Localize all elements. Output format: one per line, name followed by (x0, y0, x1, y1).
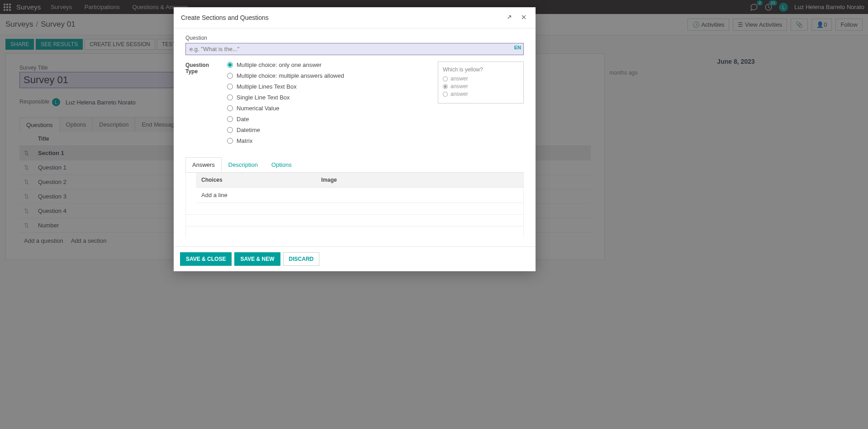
col-image: Image (316, 173, 523, 187)
modal-tab-description[interactable]: Description (222, 157, 265, 172)
question-preview: Which is yellow? answer answer answer (438, 61, 524, 104)
col-choices: Choices (196, 173, 316, 187)
modal-tab-options[interactable]: Options (265, 157, 299, 172)
modal: Create Sections and Questions Question E… (174, 7, 536, 271)
qtype-numeric[interactable]: Numerical Value (227, 105, 424, 112)
qtype-single-choice[interactable]: Multiple choice: only one answer (227, 61, 424, 68)
close-icon[interactable] (520, 14, 528, 22)
lang-badge[interactable]: EN (514, 45, 521, 50)
qtype-matrix[interactable]: Matrix (227, 137, 424, 144)
modal-title: Create Sections and Questions (181, 14, 269, 21)
add-a-line[interactable]: Add a line (196, 188, 523, 203)
qtype-multiline[interactable]: Multiple Lines Text Box (227, 83, 424, 90)
question-input[interactable] (185, 43, 524, 55)
qtype-multi-choice[interactable]: Multiple choice: multiple answers allowe… (227, 72, 424, 79)
question-label: Question (185, 35, 524, 41)
save-new-button[interactable]: SAVE & NEW (234, 252, 280, 266)
modal-tabs: Answers Description Options (185, 157, 524, 173)
question-type-label: Question Type (185, 61, 218, 148)
qtype-singleline[interactable]: Single Line Text Box (227, 94, 424, 101)
discard-button[interactable]: DISCARD (283, 252, 320, 266)
qtype-datetime[interactable]: Datetime (227, 127, 424, 133)
save-close-button[interactable]: SAVE & CLOSE (180, 252, 232, 266)
modal-tab-answers[interactable]: Answers (185, 157, 222, 172)
expand-icon[interactable] (506, 14, 514, 22)
qtype-date[interactable]: Date (227, 116, 424, 123)
choices-table: Choices Image Add a line (185, 173, 524, 237)
